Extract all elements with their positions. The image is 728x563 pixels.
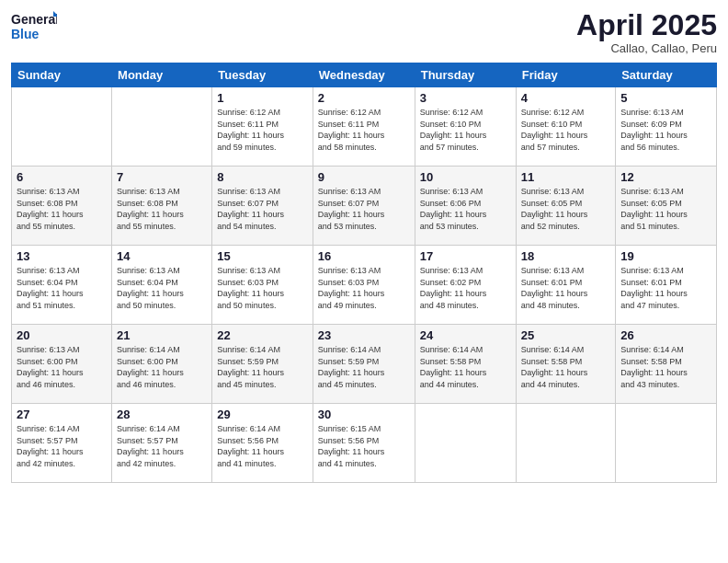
header-sunday: Sunday: [12, 63, 112, 87]
day-detail: Sunrise: 6:14 AM Sunset: 5:58 PM Dayligh…: [420, 344, 511, 390]
calendar-cell: 19Sunrise: 6:13 AM Sunset: 6:01 PM Dayli…: [616, 246, 717, 325]
day-detail: Sunrise: 6:14 AM Sunset: 5:56 PM Dayligh…: [217, 423, 307, 469]
calendar-cell: 5Sunrise: 6:13 AM Sunset: 6:09 PM Daylig…: [616, 87, 717, 167]
calendar-header: Sunday Monday Tuesday Wednesday Thursday…: [12, 63, 717, 87]
calendar-cell: 25Sunrise: 6:14 AM Sunset: 5:58 PM Dayli…: [516, 325, 616, 404]
day-number: 3: [420, 91, 511, 105]
day-number: 25: [521, 328, 611, 342]
calendar-cell: 28Sunrise: 6:14 AM Sunset: 5:57 PM Dayli…: [112, 404, 212, 483]
day-number: 5: [620, 91, 711, 105]
day-detail: Sunrise: 6:12 AM Sunset: 6:11 PM Dayligh…: [217, 107, 307, 153]
calendar-cell: 11Sunrise: 6:13 AM Sunset: 6:05 PM Dayli…: [516, 167, 616, 246]
title-area: April 2025 Callao, Callao, Peru: [576, 9, 717, 55]
calendar-cell: 3Sunrise: 6:12 AM Sunset: 6:10 PM Daylig…: [415, 87, 516, 167]
day-number: 20: [17, 328, 107, 342]
calendar-cell: 21Sunrise: 6:14 AM Sunset: 6:00 PM Dayli…: [112, 325, 212, 404]
calendar-body: 1Sunrise: 6:12 AM Sunset: 6:11 PM Daylig…: [12, 87, 717, 483]
day-number: 19: [620, 249, 711, 263]
calendar-week-row: 13Sunrise: 6:13 AM Sunset: 6:04 PM Dayli…: [12, 246, 717, 325]
day-detail: Sunrise: 6:13 AM Sunset: 6:05 PM Dayligh…: [620, 186, 711, 232]
day-number: 13: [17, 249, 107, 263]
day-detail: Sunrise: 6:12 AM Sunset: 6:11 PM Dayligh…: [318, 107, 410, 153]
calendar-cell: 14Sunrise: 6:13 AM Sunset: 6:04 PM Dayli…: [112, 246, 212, 325]
calendar-cell: 9Sunrise: 6:13 AM Sunset: 6:07 PM Daylig…: [313, 167, 415, 246]
weekday-row: Sunday Monday Tuesday Wednesday Thursday…: [12, 63, 717, 87]
calendar-cell: [415, 404, 516, 483]
calendar-cell: 13Sunrise: 6:13 AM Sunset: 6:04 PM Dayli…: [12, 246, 112, 325]
calendar-cell: 27Sunrise: 6:14 AM Sunset: 5:57 PM Dayli…: [12, 404, 112, 483]
day-detail: Sunrise: 6:13 AM Sunset: 6:03 PM Dayligh…: [318, 265, 410, 311]
header: General Blue April 2025 Callao, Callao, …: [11, 9, 717, 55]
day-detail: Sunrise: 6:13 AM Sunset: 6:04 PM Dayligh…: [117, 265, 207, 311]
day-detail: Sunrise: 6:13 AM Sunset: 6:04 PM Dayligh…: [17, 265, 107, 311]
day-detail: Sunrise: 6:13 AM Sunset: 6:08 PM Dayligh…: [117, 186, 207, 232]
page-container: General Blue April 2025 Callao, Callao, …: [0, 0, 728, 563]
day-number: 10: [420, 170, 511, 184]
calendar-cell: 17Sunrise: 6:13 AM Sunset: 6:02 PM Dayli…: [415, 246, 516, 325]
day-number: 12: [620, 170, 711, 184]
day-detail: Sunrise: 6:13 AM Sunset: 6:08 PM Dayligh…: [17, 186, 107, 232]
calendar-cell: 29Sunrise: 6:14 AM Sunset: 5:56 PM Dayli…: [212, 404, 313, 483]
calendar-cell: 18Sunrise: 6:13 AM Sunset: 6:01 PM Dayli…: [516, 246, 616, 325]
location-subtitle: Callao, Callao, Peru: [576, 41, 717, 55]
header-saturday: Saturday: [616, 63, 717, 87]
calendar-cell: 4Sunrise: 6:12 AM Sunset: 6:10 PM Daylig…: [516, 87, 616, 167]
day-number: 29: [217, 408, 307, 421]
calendar-cell: 10Sunrise: 6:13 AM Sunset: 6:06 PM Dayli…: [415, 167, 516, 246]
calendar-cell: 1Sunrise: 6:12 AM Sunset: 6:11 PM Daylig…: [212, 87, 313, 167]
svg-text:General: General: [11, 12, 57, 27]
calendar-week-row: 1Sunrise: 6:12 AM Sunset: 6:11 PM Daylig…: [12, 87, 717, 167]
day-number: 30: [318, 408, 410, 421]
day-detail: Sunrise: 6:13 AM Sunset: 6:07 PM Dayligh…: [217, 186, 307, 232]
header-friday: Friday: [516, 63, 616, 87]
day-number: 28: [117, 408, 207, 421]
calendar-cell: [616, 404, 717, 483]
day-detail: Sunrise: 6:13 AM Sunset: 6:02 PM Dayligh…: [420, 265, 511, 311]
day-detail: Sunrise: 6:13 AM Sunset: 6:00 PM Dayligh…: [17, 344, 107, 390]
day-detail: Sunrise: 6:13 AM Sunset: 6:07 PM Dayligh…: [318, 186, 410, 232]
calendar-cell: 16Sunrise: 6:13 AM Sunset: 6:03 PM Dayli…: [313, 246, 415, 325]
day-number: 15: [217, 249, 307, 263]
calendar-week-row: 20Sunrise: 6:13 AM Sunset: 6:00 PM Dayli…: [12, 325, 717, 404]
calendar-cell: 22Sunrise: 6:14 AM Sunset: 5:59 PM Dayli…: [212, 325, 313, 404]
calendar-cell: 30Sunrise: 6:15 AM Sunset: 5:56 PM Dayli…: [313, 404, 415, 483]
day-detail: Sunrise: 6:13 AM Sunset: 6:03 PM Dayligh…: [217, 265, 307, 311]
calendar-cell: 20Sunrise: 6:13 AM Sunset: 6:00 PM Dayli…: [12, 325, 112, 404]
calendar-cell: 23Sunrise: 6:14 AM Sunset: 5:59 PM Dayli…: [313, 325, 415, 404]
day-number: 23: [318, 328, 410, 342]
header-wednesday: Wednesday: [313, 63, 415, 87]
day-number: 27: [17, 408, 107, 421]
day-number: 22: [217, 328, 307, 342]
calendar-cell: 2Sunrise: 6:12 AM Sunset: 6:11 PM Daylig…: [313, 87, 415, 167]
header-thursday: Thursday: [415, 63, 516, 87]
calendar-week-row: 27Sunrise: 6:14 AM Sunset: 5:57 PM Dayli…: [12, 404, 717, 483]
day-detail: Sunrise: 6:13 AM Sunset: 6:05 PM Dayligh…: [521, 186, 611, 232]
day-detail: Sunrise: 6:13 AM Sunset: 6:01 PM Dayligh…: [521, 265, 611, 311]
day-number: 17: [420, 249, 511, 263]
day-detail: Sunrise: 6:15 AM Sunset: 5:56 PM Dayligh…: [318, 423, 410, 469]
day-number: 24: [420, 328, 511, 342]
day-detail: Sunrise: 6:14 AM Sunset: 5:59 PM Dayligh…: [217, 344, 307, 390]
calendar-cell: 26Sunrise: 6:14 AM Sunset: 5:58 PM Dayli…: [616, 325, 717, 404]
calendar-cell: [12, 87, 112, 167]
header-monday: Monday: [112, 63, 212, 87]
day-number: 8: [217, 170, 307, 184]
calendar-cell: [112, 87, 212, 167]
calendar-cell: 12Sunrise: 6:13 AM Sunset: 6:05 PM Dayli…: [616, 167, 717, 246]
calendar-week-row: 6Sunrise: 6:13 AM Sunset: 6:08 PM Daylig…: [12, 167, 717, 246]
calendar-cell: 7Sunrise: 6:13 AM Sunset: 6:08 PM Daylig…: [112, 167, 212, 246]
day-detail: Sunrise: 6:14 AM Sunset: 5:59 PM Dayligh…: [318, 344, 410, 390]
day-detail: Sunrise: 6:14 AM Sunset: 5:57 PM Dayligh…: [17, 423, 107, 469]
calendar-cell: 6Sunrise: 6:13 AM Sunset: 6:08 PM Daylig…: [12, 167, 112, 246]
calendar-cell: 8Sunrise: 6:13 AM Sunset: 6:07 PM Daylig…: [212, 167, 313, 246]
day-number: 6: [17, 170, 107, 184]
calendar-cell: 24Sunrise: 6:14 AM Sunset: 5:58 PM Dayli…: [415, 325, 516, 404]
day-number: 26: [620, 328, 711, 342]
day-detail: Sunrise: 6:14 AM Sunset: 5:57 PM Dayligh…: [117, 423, 207, 469]
day-number: 21: [117, 328, 207, 342]
logo: General Blue: [11, 9, 57, 42]
svg-text:Blue: Blue: [11, 27, 40, 41]
day-number: 16: [318, 249, 410, 263]
day-number: 7: [117, 170, 207, 184]
logo-svg: General Blue: [11, 9, 57, 42]
